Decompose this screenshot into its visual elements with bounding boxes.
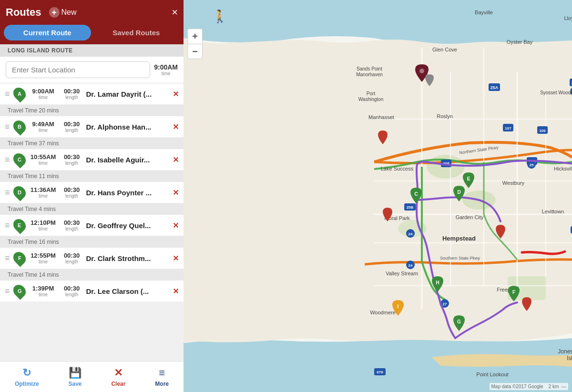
- drag-handle-g[interactable]: ≡: [5, 286, 10, 296]
- new-button[interactable]: + New: [49, 7, 77, 18]
- stop-remove-b[interactable]: ✕: [173, 122, 179, 131]
- attribution-text: Map data ©2017 Google: [491, 384, 543, 389]
- stop-item-a[interactable]: ≡ A 9:00AM time 00:30 length Dr. Lamar D…: [0, 83, 184, 105]
- bottom-toolbar: ↻ Optimize 💾 Save ✕ Clear ≡ More: [0, 361, 184, 392]
- svg-text:Garden City: Garden City: [456, 214, 484, 220]
- drag-handle-e[interactable]: ≡: [5, 221, 10, 231]
- map-area[interactable]: 495 495 25A 25A 25 107 106 108 110 110 1…: [184, 0, 572, 392]
- svg-text:Hempstead: Hempstead: [442, 235, 476, 242]
- svg-text:I: I: [398, 304, 399, 309]
- panel-title: Routes: [6, 6, 41, 19]
- svg-text:Westbury: Westbury: [502, 180, 525, 186]
- save-label: Save: [69, 381, 82, 387]
- start-time: 9:00AM: [154, 63, 178, 71]
- stop-time-a: 9:00AM: [32, 88, 54, 95]
- start-time-sub: time: [154, 71, 178, 76]
- stop-item-e[interactable]: ≡ E 12:10PM time 00:30 length Dr. Geoffr…: [0, 215, 184, 236]
- drag-handle-d[interactable]: ≡: [5, 188, 10, 198]
- more-icon: ≡: [159, 367, 165, 379]
- stop-remove-e[interactable]: ✕: [173, 221, 179, 230]
- new-label: New: [61, 8, 77, 17]
- svg-text:Glen Cove: Glen Cove: [432, 47, 457, 52]
- optimize-button[interactable]: ↻ Optimize: [15, 367, 39, 387]
- svg-text:106: 106: [539, 129, 546, 133]
- close-button[interactable]: ×: [172, 7, 178, 18]
- svg-text:Point Lookout: Point Lookout: [476, 372, 508, 377]
- svg-text:24: 24: [409, 263, 413, 268]
- svg-text:107: 107: [505, 126, 511, 131]
- travel-time-f-g: Travel Time 14 mins: [0, 269, 184, 281]
- stop-name-g: Dr. Lee Clarson (...: [86, 287, 169, 295]
- panel-header: Routes + New ×: [0, 0, 184, 25]
- svg-text:D: D: [457, 190, 460, 195]
- svg-text:Sands Point: Sands Point: [357, 66, 382, 71]
- svg-text:Jones Beach: Jones Beach: [558, 348, 572, 355]
- clear-button[interactable]: ✕ Clear: [111, 367, 125, 387]
- drag-handle-b[interactable]: ≡: [5, 122, 10, 132]
- stop-item-c[interactable]: ≡ C 10:55AM time 00:30 length Dr. Isabel…: [0, 149, 184, 171]
- svg-text:E: E: [467, 176, 470, 181]
- stop-badge-e: E: [10, 217, 28, 234]
- stop-times-g: 1:39PM time: [29, 285, 58, 297]
- clear-icon: ✕: [114, 367, 123, 379]
- stop-remove-f[interactable]: ✕: [173, 254, 179, 263]
- zoom-out-button[interactable]: −: [187, 44, 203, 59]
- stop-remove-g[interactable]: ✕: [173, 287, 179, 296]
- tab-bar: Current Route Saved Routes: [0, 25, 184, 44]
- stop-remove-d[interactable]: ✕: [173, 188, 179, 197]
- svg-text:Valley Stream: Valley Stream: [386, 271, 418, 276]
- stop-name-a: Dr. Lamar Dayrit (...: [86, 90, 169, 98]
- more-button[interactable]: ≡ More: [155, 367, 169, 387]
- clear-label: Clear: [111, 381, 125, 387]
- stop-remove-a[interactable]: ✕: [173, 90, 179, 99]
- drag-handle-f[interactable]: ≡: [5, 253, 10, 263]
- save-icon: 💾: [69, 367, 82, 379]
- stop-item-b[interactable]: ≡ B 9:49AM time 00:30 length Dr. Alphons…: [0, 116, 184, 138]
- travel-time-e-f: Travel Time 16 mins: [0, 236, 184, 248]
- svg-text:Woodmere: Woodmere: [370, 310, 396, 315]
- save-button[interactable]: 💾 Save: [69, 367, 82, 387]
- optimize-label: Optimize: [15, 381, 39, 387]
- stop-badge-g: G: [10, 282, 28, 300]
- stop-duration-f: 00:30 length: [61, 252, 82, 264]
- svg-text:878: 878: [377, 370, 383, 374]
- stop-badge-a: A: [10, 85, 28, 103]
- stop-name-e: Dr. Geoffrey Quel...: [86, 221, 169, 230]
- drag-handle-a[interactable]: ≡: [5, 89, 10, 99]
- svg-text:Oyster Bay: Oyster Bay: [507, 39, 533, 45]
- svg-text:Island: Island: [567, 355, 572, 362]
- svg-point-103: [419, 69, 424, 73]
- start-time-col: 9:00AM time: [154, 63, 178, 76]
- stop-item-d[interactable]: ≡ D 11:36AM time 00:30 length Dr. Hans P…: [0, 182, 184, 203]
- stop-name-c: Dr. Isabelle Aguir...: [86, 156, 169, 164]
- svg-text:25B: 25B: [407, 205, 414, 210]
- tab-current-route[interactable]: Current Route: [4, 25, 91, 40]
- svg-text:25: 25: [530, 163, 534, 167]
- svg-text:H: H: [436, 280, 439, 285]
- stop-times-e: 12:10PM time: [29, 219, 58, 231]
- start-location-row: 9:00AM time: [0, 57, 184, 83]
- map-attribution: Map data ©2017 Google 2 km —: [490, 383, 568, 390]
- start-location-input[interactable]: [6, 61, 150, 78]
- drag-handle-c[interactable]: ≡: [5, 155, 10, 165]
- stop-duration-b: 00:30 length: [61, 121, 82, 133]
- travel-time-a-b: Travel Time 20 mins: [0, 105, 184, 116]
- tab-saved-routes[interactable]: Saved Routes: [93, 25, 180, 40]
- svg-text:G: G: [457, 319, 461, 324]
- routes-scroll[interactable]: ≡ A 9:00AM time 00:30 length Dr. Lamar D…: [0, 83, 184, 361]
- pegman-button[interactable]: 🚶: [211, 8, 228, 25]
- svg-text:Manhasset: Manhasset: [368, 114, 394, 120]
- stop-item-f[interactable]: ≡ F 12:55PM time 00:30 length Dr. Clark …: [0, 248, 184, 269]
- stop-duration-e: 00:30 length: [61, 219, 82, 231]
- new-plus-icon: +: [49, 7, 60, 18]
- pegman-icon: 🚶: [212, 9, 227, 24]
- optimize-icon: ↻: [22, 367, 31, 379]
- stop-remove-c[interactable]: ✕: [173, 155, 179, 164]
- stop-badge-d: D: [10, 184, 28, 201]
- stop-item-g[interactable]: ≡ G 1:39PM time 00:30 length Dr. Lee Cla…: [0, 281, 184, 302]
- svg-text:Hicksville: Hicksville: [554, 166, 572, 171]
- stop-times-b: 9:49AM time: [29, 121, 58, 133]
- svg-text:25A: 25A: [490, 85, 499, 90]
- stop-badge-f: F: [10, 250, 28, 267]
- zoom-in-button[interactable]: +: [187, 29, 203, 44]
